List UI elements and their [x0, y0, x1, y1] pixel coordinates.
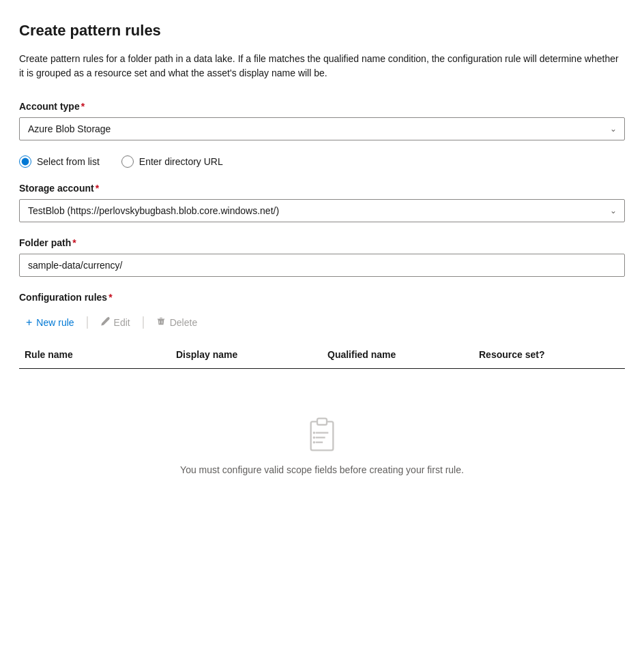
svg-point-6 [313, 436, 316, 439]
account-type-label: Account type* [19, 101, 625, 112]
select-from-list-label: Select from list [37, 156, 100, 167]
required-indicator-storage: * [96, 183, 99, 194]
empty-clipboard-icon [303, 415, 341, 453]
delete-button[interactable]: Delete [149, 312, 204, 333]
source-type-radio-group: Select from list Enter directory URL [19, 155, 625, 168]
enter-directory-url-radio[interactable] [121, 155, 134, 168]
folder-path-input[interactable] [19, 254, 625, 277]
delete-icon [156, 316, 166, 329]
page-description: Create pattern rules for a folder path i… [19, 52, 625, 80]
enter-directory-url-label: Enter directory URL [139, 156, 223, 167]
plus-icon: + [26, 316, 32, 329]
svg-point-5 [313, 432, 316, 434]
config-rules-label: Configuration rules* [19, 292, 625, 303]
select-from-list-option[interactable]: Select from list [19, 155, 100, 168]
new-rule-button[interactable]: + New rule [19, 312, 81, 333]
svg-rect-1 [317, 419, 327, 425]
config-rules-table: Rule name Display name Qualified name Re… [19, 346, 625, 516]
required-indicator-folder: * [72, 237, 76, 248]
svg-point-7 [313, 441, 316, 444]
config-rules-section: Configuration rules* + New rule Edit Del… [19, 292, 625, 516]
new-rule-label: New rule [36, 317, 74, 328]
toolbar-divider [87, 316, 88, 329]
config-rules-toolbar: + New rule Edit Delete [19, 312, 625, 333]
enter-directory-url-option[interactable]: Enter directory URL [121, 155, 223, 168]
delete-label: Delete [170, 317, 197, 328]
folder-path-field: Folder path* [19, 237, 625, 277]
col-display-name: Display name [171, 346, 322, 363]
account-type-select[interactable]: Azure Blob Storage [19, 117, 625, 140]
page-title: Create pattern rules [19, 22, 625, 40]
toolbar-divider-2 [143, 316, 144, 329]
edit-icon [100, 316, 110, 329]
account-type-field: Account type* Azure Blob Storage ⌄ [19, 101, 625, 140]
col-qualified-name: Qualified name [322, 346, 473, 363]
empty-state: You must configure valid scope fields be… [19, 374, 625, 516]
edit-label: Edit [114, 317, 130, 328]
empty-state-message: You must configure valid scope fields be… [180, 464, 464, 475]
svg-rect-0 [311, 421, 334, 450]
storage-account-dropdown-wrapper: TestBlob (https://perlovskybugbash.blob.… [19, 199, 625, 222]
col-rule-name: Rule name [19, 346, 171, 363]
storage-account-field: Storage account* TestBlob (https://perlo… [19, 183, 625, 222]
required-indicator: * [81, 101, 85, 112]
select-from-list-radio[interactable] [19, 155, 31, 168]
col-resource-set: Resource set? [473, 346, 625, 363]
storage-account-label: Storage account* [19, 183, 625, 194]
folder-path-label: Folder path* [19, 237, 625, 248]
edit-button[interactable]: Edit [93, 312, 137, 333]
storage-account-select[interactable]: TestBlob (https://perlovskybugbash.blob.… [19, 199, 625, 222]
account-type-dropdown-wrapper: Azure Blob Storage ⌄ [19, 117, 625, 140]
table-header: Rule name Display name Qualified name Re… [19, 346, 625, 369]
required-indicator-rules: * [108, 292, 112, 303]
